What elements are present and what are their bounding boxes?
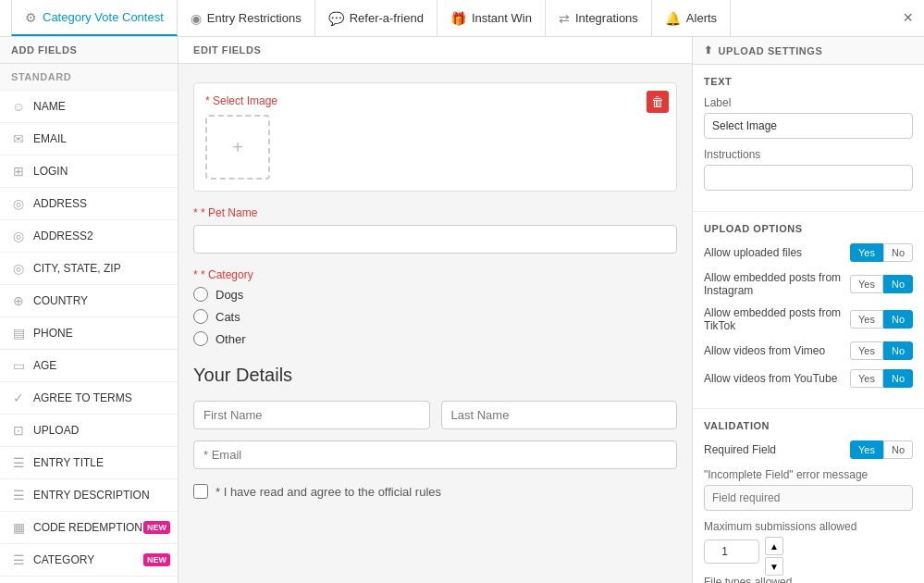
tab-alerts[interactable]: 🔔 Alerts [652,0,731,36]
tab-entry-restrictions-label: Entry Restrictions [207,11,302,25]
field-email[interactable]: ✉ EMAIL [0,123,178,155]
email-input[interactable] [193,440,677,469]
radio-dogs-input[interactable] [193,287,208,302]
code-icon: ▦ [11,520,26,535]
allow-uploaded-yes[interactable]: Yes [850,243,883,262]
instructions-input[interactable] [704,165,913,191]
incomplete-field-wrapper [704,485,913,511]
field-agree-label: AGREE TO TERMS [33,391,132,404]
tab-category-vote[interactable]: ⚙ Category Vote Contest [11,0,178,36]
entry-title-icon: ☰ [11,455,26,470]
field-name[interactable]: ☺ NAME [0,91,178,123]
right-panel: ⬆ UPLOAD SETTINGS TEXT Label Instruction… [693,37,924,583]
vimeo-row: Allow videos from Vimeo Yes No [704,341,913,360]
field-code-redemption[interactable]: ▦ CODE REDEMPTION NEW [0,512,178,544]
alerts-icon: 🔔 [665,11,681,26]
field-agree-to-terms[interactable]: ✓ AGREE TO TERMS [0,382,178,415]
required-field-toggle: Yes No [850,440,913,459]
field-address[interactable]: ◎ ADDRESS [0,188,178,220]
pet-name-label: * * Pet Name [193,206,677,219]
field-city-state-zip[interactable]: ◎ CITY, STATE, ZIP [0,253,178,285]
last-name-input[interactable] [441,401,678,429]
label-field-input[interactable] [704,113,913,139]
category-label: * * Category [193,268,677,281]
allow-uploaded-files-label: Allow uploaded files [704,246,802,259]
upload-image-label: * Select Image [205,94,665,107]
file-types-label: File types allowed [704,576,913,583]
tab-integrations[interactable]: ⇄ Integrations [546,0,652,36]
required-yes[interactable]: Yes [850,440,883,459]
text-section-title: TEXT [704,76,913,87]
max-submissions-row: ▲ ▼ [704,537,913,576]
city-icon: ◎ [11,261,26,276]
tab-alerts-label: Alerts [686,11,717,25]
instagram-no[interactable]: No [883,275,913,293]
radio-other-input[interactable] [193,331,208,346]
field-entry-title-label: ENTRY TITLE [33,456,104,469]
field-upload[interactable]: ⊡ UPLOAD [0,415,178,447]
field-age[interactable]: ▭ AGE [0,350,178,382]
tiktok-no[interactable]: No [883,310,913,329]
first-name-input[interactable] [193,401,430,429]
upload-placeholder[interactable]: + [205,115,270,180]
edit-fields-header: EDIT FIELDS [179,37,692,64]
field-phone[interactable]: ▤ PHONE [0,317,178,350]
vimeo-label: Allow videos from Vimeo [704,344,825,357]
field-address-label: ADDRESS [33,197,87,210]
tab-refer-a-friend[interactable]: 💬 Refer-a-friend [315,0,437,36]
youtube-no[interactable]: No [883,369,913,388]
agree-to-terms-label: * I have read and agree to the official … [216,485,441,499]
field-address2-label: ADDRESS2 [33,229,93,242]
field-entry-description[interactable]: ☰ ENTRY DESCRIPTION [0,479,178,512]
allow-uploaded-files-row: Allow uploaded files Yes No [704,243,913,262]
allow-uploaded-no[interactable]: No [883,243,913,262]
embedded-tiktok-toggle: Yes No [850,310,913,329]
tab-integrations-label: Integrations [575,11,638,25]
field-entry-title[interactable]: ☰ ENTRY TITLE [0,447,178,479]
upload-options-section: UPLOAD OPTIONS Allow uploaded files Yes … [693,212,924,409]
increment-button[interactable]: ▲ [765,537,783,555]
field-country[interactable]: ⊕ COUNTRY [0,285,178,317]
incomplete-field-input[interactable] [704,485,913,511]
field-country-label: COUNTRY [33,294,88,307]
tiktok-yes[interactable]: Yes [850,310,883,329]
youtube-label: Allow videos from YouTube [704,372,837,385]
login-icon: ⊞ [11,164,26,179]
tab-entry-restrictions[interactable]: ◉ Entry Restrictions [178,0,315,36]
upload-image-field: * Select Image + 🗑 [193,82,677,192]
vimeo-yes[interactable]: Yes [850,341,883,360]
field-address2[interactable]: ◎ ADDRESS2 [0,220,178,253]
agree-to-terms-checkbox[interactable] [193,484,208,499]
required-no[interactable]: No [883,440,913,459]
youtube-yes[interactable]: Yes [850,369,883,388]
embedded-tiktok-label: Allow embedded posts from TikTok [704,306,843,332]
max-submissions-input[interactable] [704,540,759,564]
edit-fields-content: * Select Image + 🗑 * * Pet Name * * Cate… [179,64,692,517]
required-field-label: Required Field [704,443,776,456]
decrement-button[interactable]: ▼ [765,557,783,576]
instagram-yes[interactable]: Yes [850,275,883,293]
max-submissions-label: Maximum submissions allowed [704,520,913,533]
pet-name-input[interactable] [193,225,677,254]
field-category[interactable]: ☰ CATEGORY NEW [0,544,178,577]
embedded-instagram-label: Allow embedded posts from Instagram [704,271,843,297]
upload-icon: ⊡ [11,423,26,438]
radio-dogs[interactable]: Dogs [193,287,677,302]
tab-instant-win[interactable]: 🎁 Instant Win [437,0,546,36]
radio-cats-input[interactable] [193,309,208,324]
vimeo-no[interactable]: No [883,341,913,360]
radio-cats[interactable]: Cats [193,309,677,324]
category-group: * * Category Dogs Cats Other [193,268,677,346]
field-name-label: NAME [33,100,66,113]
entry-desc-icon: ☰ [11,488,26,502]
close-button[interactable]: × [903,8,913,28]
country-icon: ⊕ [11,293,26,308]
embedded-tiktok-row: Allow embedded posts from TikTok Yes No [704,306,913,332]
field-city-label: CITY, STATE, ZIP [33,262,121,275]
plus-icon: + [232,137,243,158]
field-code-label: CODE REDEMPTION [33,521,142,534]
field-category-label: CATEGORY [33,553,94,566]
radio-other[interactable]: Other [193,331,677,346]
delete-upload-button[interactable]: 🗑 [647,91,669,113]
field-login[interactable]: ⊞ LOGIN [0,155,178,188]
